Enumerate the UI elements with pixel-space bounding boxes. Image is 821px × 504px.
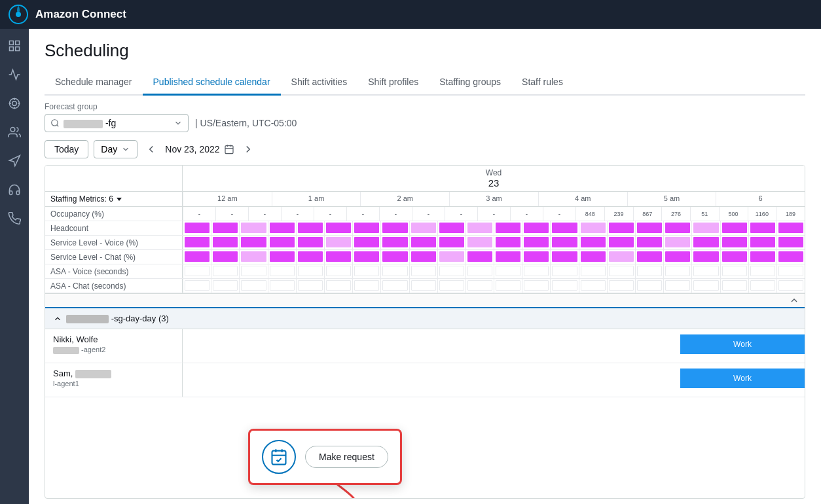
metric-row-sl-voice: Service Level - Voice (%) — [45, 236, 805, 250]
prev-date-button[interactable] — [143, 141, 160, 158]
agent-name-1: Nikki, Wolfe — [53, 334, 174, 344]
agent-row-1: Nikki, Wolfe -agent2 Work — [45, 329, 805, 363]
staffing-group-name: -sg-day-day (3) — [66, 314, 169, 323]
staffing-metrics-label[interactable]: Staffing Metrics: 6 — [45, 192, 183, 206]
metric-label-sl-voice: Service Level - Voice (%) — [45, 236, 183, 249]
forecast-group-label: Forecast group — [45, 102, 189, 111]
svg-point-7 — [12, 101, 17, 106]
time-slot-2am: 2 am — [360, 192, 449, 206]
forecast-group-value: -fg — [64, 118, 170, 128]
metric-label-headcount: Headcount — [45, 221, 183, 235]
agent-row-2: Sam, l-agent1 Work — [45, 363, 805, 397]
svg-rect-2 — [10, 41, 14, 45]
tab-published-schedule-calendar[interactable]: Published schedule calendar — [143, 70, 281, 96]
day-number: 23 — [183, 177, 805, 189]
metric-row-headcount: Headcount — [45, 221, 805, 236]
agent-name-2: Sam, — [53, 369, 174, 378]
collapse-metrics-button[interactable] — [789, 295, 799, 306]
date-display: Nov 23, 2022 — [165, 144, 234, 154]
svg-rect-15 — [225, 146, 233, 154]
tab-bar: Schedule manager Published schedule cale… — [45, 70, 805, 96]
next-date-button[interactable] — [240, 141, 257, 158]
calendar-icon[interactable] — [224, 144, 234, 154]
agent-id-2: l-agent1 — [53, 380, 174, 387]
schedule-request-icon — [270, 448, 288, 466]
main-content: Scheduling Schedule manager Published sc… — [29, 29, 821, 504]
tab-shift-profiles[interactable]: Shift profiles — [357, 70, 429, 96]
time-slot-1am: 1 am — [272, 192, 361, 206]
time-slot-4am: 4 am — [538, 192, 627, 206]
search-icon — [50, 118, 60, 128]
svg-point-12 — [10, 128, 15, 132]
metric-label-sl-chat: Service Level - Chat (%) — [45, 250, 183, 264]
svg-line-14 — [57, 125, 59, 127]
make-request-button[interactable]: Make request — [305, 446, 388, 468]
tab-schedule-manager[interactable]: Schedule manager — [45, 70, 143, 96]
metric-label-occupancy: Occupancy (%) — [45, 207, 183, 221]
app-logo: Amazon Connect — [8, 4, 126, 25]
tab-staff-rules[interactable]: Staff rules — [511, 70, 574, 96]
metric-row-sl-chat: Service Level - Chat (%) — [45, 250, 805, 264]
sidebar-item-users[interactable] — [0, 118, 29, 147]
sidebar-item-target[interactable] — [0, 89, 29, 118]
time-slot-3am: 3 am — [449, 192, 538, 206]
current-date: Nov 23, 2022 — [165, 144, 219, 154]
svg-point-13 — [52, 120, 58, 126]
svg-rect-20 — [272, 451, 286, 465]
sidebar-item-headset[interactable] — [0, 175, 29, 204]
time-slot-5am: 5 am — [627, 192, 716, 206]
agent-id-1: -agent2 — [53, 346, 174, 354]
metric-label-asa-voice: ASA - Voice (seconds) — [45, 264, 183, 278]
sidebar — [0, 29, 29, 504]
chevron-left-icon — [145, 143, 157, 155]
time-slot-6: 6 — [716, 192, 805, 206]
metric-label-asa-chat: ASA - Chat (seconds) — [45, 279, 183, 293]
sg-expand-icon — [53, 314, 62, 323]
tab-shift-activities[interactable]: Shift activities — [281, 70, 358, 96]
day-view-chevron-icon — [121, 145, 130, 154]
dropdown-arrow-icon — [117, 198, 122, 201]
chevron-down-icon — [173, 118, 183, 128]
sidebar-item-phone[interactable] — [0, 204, 29, 233]
svg-rect-3 — [16, 41, 20, 45]
timezone-label: | US/Eastern, UTC-05:00 — [195, 118, 297, 132]
metric-row-asa-chat: ASA - Chat (seconds) — [45, 279, 805, 293]
sidebar-item-grid[interactable] — [0, 31, 29, 60]
work-block-2: Work — [680, 369, 805, 388]
page-title: Scheduling — [45, 41, 805, 61]
sidebar-item-chart[interactable] — [0, 60, 29, 89]
today-button[interactable]: Today — [45, 140, 88, 158]
metric-row-occupancy: Occupancy (%) - - - - - - - - - - - - 84… — [45, 207, 805, 221]
make-request-icon-circle — [262, 440, 296, 474]
metric-row-asa-voice: ASA - Voice (seconds) — [45, 264, 805, 279]
sidebar-item-megaphone[interactable] — [0, 147, 29, 175]
day-name: Wed — [183, 168, 805, 177]
make-request-popup: Make request — [248, 429, 402, 485]
time-slot-12am: 12 am — [183, 192, 272, 206]
forecast-group-select[interactable]: -fg — [45, 114, 189, 132]
day-view-select[interactable]: Day — [94, 140, 137, 158]
work-block-1: Work — [680, 334, 805, 354]
svg-rect-5 — [16, 47, 20, 51]
staffing-group-header[interactable]: -sg-day-day (3) — [45, 307, 805, 329]
tab-staffing-groups[interactable]: Staffing groups — [429, 70, 511, 96]
chevron-up-icon — [789, 295, 799, 306]
svg-rect-4 — [10, 47, 14, 51]
app-title: Amazon Connect — [35, 8, 126, 21]
day-view-label: Day — [101, 144, 117, 154]
day-header: Wed 23 — [183, 166, 805, 191]
chevron-right-icon — [242, 143, 254, 155]
